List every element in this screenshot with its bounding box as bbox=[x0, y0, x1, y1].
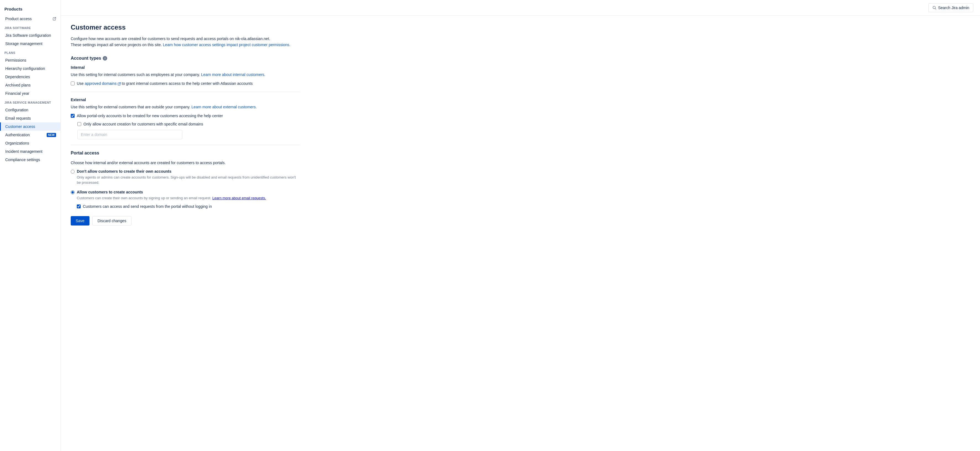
sidebar-item-permissions[interactable]: Permissions bbox=[0, 56, 60, 64]
portal-option2-radio[interactable] bbox=[71, 190, 75, 194]
sidebar-item-customer-access[interactable]: Customer access bbox=[0, 123, 60, 131]
sidebar-item-label: Incident management bbox=[5, 149, 43, 154]
search-jira-admin-button[interactable]: Search Jira admin bbox=[928, 3, 974, 12]
portal-only-accounts-label[interactable]: Allow portal-only accounts to be created… bbox=[77, 113, 223, 119]
approved-domains-checkbox-row: Use approved domains to grant internal c… bbox=[71, 81, 299, 86]
sidebar-item-label: Financial year bbox=[5, 91, 29, 96]
sidebar-item-label: Customer access bbox=[5, 124, 35, 129]
sidebar-item-label: Product access bbox=[5, 17, 32, 21]
sidebar-item-incident-management[interactable]: Incident management bbox=[0, 147, 60, 156]
portal-option2-label[interactable]: Allow customers to create accounts bbox=[77, 190, 266, 194]
sidebar-header: Products bbox=[0, 5, 60, 14]
sidebar-item-label: Compliance settings bbox=[5, 158, 40, 162]
portal-option1-content: Don't allow customers to create their ow… bbox=[77, 169, 299, 185]
internal-learn-more-link[interactable]: Learn more about internal customers. bbox=[201, 72, 266, 77]
sidebar-item-label: Dependencies bbox=[5, 75, 30, 79]
specific-email-domains-label[interactable]: Only allow account creation for customer… bbox=[83, 121, 203, 127]
portal-access-description: Choose how internal and/or external acco… bbox=[71, 160, 299, 166]
sidebar-section-jira-software: Jira Software bbox=[0, 23, 60, 31]
portal-without-login-checkbox[interactable] bbox=[77, 204, 81, 208]
search-label: Search Jira admin bbox=[938, 6, 969, 10]
portal-option2-description: Customers can create their own accounts … bbox=[77, 195, 266, 201]
internal-subsection: Internal Use this setting for internal c… bbox=[71, 65, 299, 86]
portal-option2-row: Allow customers to create accounts Custo… bbox=[71, 190, 299, 201]
portal-option1-label[interactable]: Don't allow customers to create their ow… bbox=[77, 169, 299, 174]
sidebar-item-label: Jira Software configuration bbox=[5, 33, 51, 38]
new-badge: NEW bbox=[47, 133, 56, 137]
discard-button[interactable]: Discard changes bbox=[92, 216, 132, 225]
approved-domains-checkbox[interactable] bbox=[71, 81, 75, 85]
description-line2: These settings impact all service projec… bbox=[71, 43, 162, 47]
external-subsection: External Use this setting for external c… bbox=[71, 97, 299, 139]
sidebar-item-configuration[interactable]: Configuration bbox=[0, 106, 60, 114]
page-title: Customer access bbox=[71, 24, 299, 31]
sidebar-item-label: Storage management bbox=[5, 41, 43, 46]
description-line1: Configure how new accounts are created f… bbox=[71, 37, 270, 41]
sidebar-item-authentication[interactable]: Authentication NEW bbox=[0, 131, 60, 139]
description-link[interactable]: Learn how customer access settings impac… bbox=[163, 43, 290, 47]
approved-domains-external-icon bbox=[118, 82, 121, 85]
portal-option1-description: Only agents or admins can create account… bbox=[77, 175, 299, 185]
email-requests-learn-more-link[interactable]: Learn more about email requests. bbox=[212, 196, 266, 200]
sidebar-item-label: Permissions bbox=[5, 58, 26, 62]
portal-only-accounts-checkbox[interactable] bbox=[71, 114, 75, 118]
sidebar-item-label: Hierarchy configuration bbox=[5, 66, 45, 71]
sidebar-section-plans: Plans bbox=[0, 48, 60, 56]
specific-email-domains-checkbox[interactable] bbox=[77, 122, 81, 126]
external-learn-more-link[interactable]: Learn more about external customers. bbox=[191, 105, 257, 109]
external-subtitle: External bbox=[71, 97, 299, 102]
account-types-title: Account types i bbox=[71, 56, 299, 61]
sidebar-item-organizations[interactable]: Organizations bbox=[0, 139, 60, 147]
internal-external-divider bbox=[71, 92, 299, 92]
main-content: Search Jira admin Customer access Config… bbox=[61, 0, 980, 451]
sidebar-item-financial-year[interactable]: Financial year bbox=[0, 89, 60, 97]
page-description: Configure how new accounts are created f… bbox=[71, 36, 299, 48]
external-description: Use this setting for external customers … bbox=[71, 104, 299, 110]
specific-email-domains-checkbox-row: Only allow account creation for customer… bbox=[77, 121, 299, 127]
sidebar-item-compliance-settings[interactable]: Compliance settings bbox=[0, 156, 60, 164]
sidebar-item-label: Authentication bbox=[5, 133, 30, 137]
account-types-info-icon[interactable]: i bbox=[103, 56, 107, 61]
portal-access-section: Portal access Choose how internal and/or… bbox=[71, 151, 299, 209]
sidebar: Products Product access Jira Software Ji… bbox=[0, 0, 61, 451]
portal-option2-content: Allow customers to create accounts Custo… bbox=[77, 190, 266, 201]
sidebar-item-dependencies[interactable]: Dependencies bbox=[0, 73, 60, 81]
search-icon bbox=[932, 6, 936, 10]
approved-domains-label[interactable]: Use approved domains to grant internal c… bbox=[77, 81, 253, 86]
internal-description: Use this setting for internal customers … bbox=[71, 72, 299, 78]
sidebar-item-storage-management[interactable]: Storage management bbox=[0, 40, 60, 48]
domain-input[interactable] bbox=[77, 130, 182, 139]
portal-option1-radio[interactable] bbox=[71, 170, 75, 174]
portal-without-login-label[interactable]: Customers can access and send requests f… bbox=[83, 204, 212, 209]
account-portal-divider bbox=[71, 145, 299, 145]
sidebar-item-label: Configuration bbox=[5, 108, 28, 112]
portal-without-login-checkbox-row: Customers can access and send requests f… bbox=[77, 204, 299, 209]
actions-row: Save Discard changes bbox=[71, 216, 299, 225]
sidebar-item-email-requests[interactable]: Email requests bbox=[0, 114, 60, 123]
portal-option1-row: Don't allow customers to create their ow… bbox=[71, 169, 299, 185]
sidebar-item-hierarchy-configuration[interactable]: Hierarchy configuration bbox=[0, 64, 60, 73]
sidebar-item-jira-software-config[interactable]: Jira Software configuration bbox=[0, 31, 60, 40]
internal-subtitle: Internal bbox=[71, 65, 299, 70]
sidebar-item-product-access[interactable]: Product access bbox=[0, 14, 60, 23]
sidebar-item-label: Email requests bbox=[5, 116, 31, 121]
save-button[interactable]: Save bbox=[71, 216, 89, 225]
page-content: Customer access Configure how new accoun… bbox=[61, 16, 309, 233]
account-types-section: Account types i Internal Use this settin… bbox=[71, 56, 299, 139]
sidebar-section-jsm: Jira Service Management bbox=[0, 97, 60, 106]
external-link-icon bbox=[53, 17, 56, 21]
sidebar-item-label: Archived plans bbox=[5, 83, 31, 87]
portal-only-accounts-checkbox-row: Allow portal-only accounts to be created… bbox=[71, 113, 299, 119]
sidebar-item-archived-plans[interactable]: Archived plans bbox=[0, 81, 60, 89]
topbar: Search Jira admin bbox=[61, 0, 980, 16]
approved-domains-link[interactable]: approved domains bbox=[85, 81, 122, 86]
portal-access-title: Portal access bbox=[71, 151, 299, 156]
sidebar-item-label: Organizations bbox=[5, 141, 29, 145]
